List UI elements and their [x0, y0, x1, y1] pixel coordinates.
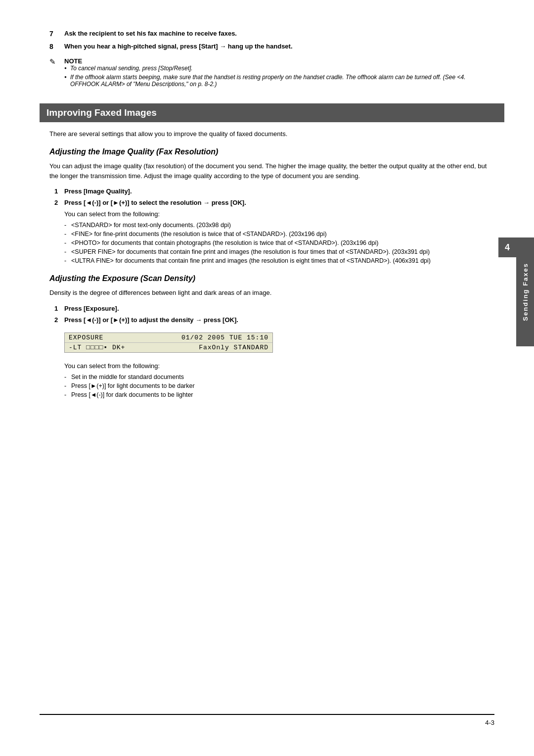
subsection-image-quality: Adjusting the Image Quality (Fax Resolut… [49, 147, 494, 264]
subsection-exposure: Adjusting the Exposure (Scan Density) De… [49, 274, 494, 398]
page-container: 7 Ask the recipient to set his fax machi… [0, 0, 534, 756]
side-tab-text: Sending Faxes [522, 263, 529, 321]
subsection1-step2: 2 Press [◄(-)] or [►(+)] to select the r… [54, 199, 494, 206]
side-tab: Sending Faxes [516, 237, 534, 346]
note-bullets-list: To cancel manual sending, press [Stop/Re… [64, 65, 494, 88]
chapter-box: 4 [498, 237, 516, 257]
list-item: Press [◄(-)] for dark documents to be li… [64, 391, 494, 398]
section-title: Improving Faxed Images [46, 107, 157, 118]
lcd-row-1: EXPOSURE 01/02 2005 TUE 15:10 [65, 333, 272, 343]
list-item: Set in the middle for standard documents [64, 374, 494, 380]
subsection1-step2-text: Press [◄(-)] or [►(+)] to select the res… [64, 199, 246, 206]
subsection2-options-list: Set in the middle for standard documents… [64, 374, 494, 398]
subsection1-title: Adjusting the Image Quality (Fax Resolut… [49, 147, 494, 156]
list-item: <ULTRA FINE> for documents that contain … [64, 257, 494, 264]
note-icon: ✎ [49, 57, 61, 66]
subsection2-step1-text: Press [Exposure]. [64, 305, 119, 312]
step-8: 8 When you hear a high-pitched signal, p… [49, 43, 494, 50]
subsection1-you-can-select: You can select from the following: [64, 210, 494, 218]
subsection1-options-list: <STANDARD> for most text-only documents.… [64, 222, 494, 264]
subsection2-step2-number: 2 [54, 316, 64, 324]
lcd-row2-right: FaxOnly STANDARD [199, 344, 268, 351]
subsection1-step2-number: 2 [54, 199, 64, 206]
lcd-row1-right: 01/02 2005 TUE 15:10 [181, 334, 268, 341]
top-notes-section: 7 Ask the recipient to set his fax machi… [49, 30, 494, 90]
note-bullet-item: To cancel manual sending, press [Stop/Re… [64, 65, 494, 72]
step-8-text: When you hear a high-pitched signal, pre… [64, 43, 293, 50]
note-label: NOTE [64, 57, 82, 65]
subsection2-body: Density is the degree of differences bet… [49, 288, 494, 298]
note-content-area: NOTE To cancel manual sending, press [St… [64, 57, 494, 90]
subsection1-body: You can adjust the image quality (fax re… [49, 161, 494, 181]
list-item: <SUPER FINE> for documents that contain … [64, 248, 494, 255]
lcd-row-2: -LT □□□□▪ DK+ FaxOnly STANDARD [65, 343, 272, 352]
note-bullet-item: If the offhook alarm starts beeping, mak… [64, 74, 494, 88]
page-number: 4-3 [485, 719, 494, 726]
list-item: Press [►(+)] for light documents to be d… [64, 382, 494, 389]
section-header: Improving Faxed Images [40, 103, 504, 122]
list-item: <STANDARD> for most text-only documents.… [64, 222, 494, 229]
section-intro: There are several settings that allow yo… [49, 130, 494, 138]
lcd-row1-left: EXPOSURE [69, 334, 181, 341]
subsection2-step1: 1 Press [Exposure]. [54, 305, 494, 312]
step-7-text: Ask the recipient to set his fax machine… [64, 30, 237, 37]
note-section: ✎ NOTE To cancel manual sending, press [… [49, 57, 494, 90]
note-box: ✎ NOTE To cancel manual sending, press [… [49, 57, 494, 90]
subsection1-step1-text: Press [Image Quality]. [64, 188, 132, 195]
subsection2-step2-text: Press [◄(-)] or [►(+)] to adjust the den… [64, 316, 238, 324]
step-7-number: 7 [49, 30, 64, 38]
subsection1-step1-number: 1 [54, 188, 64, 195]
subsection2-step2: 2 Press [◄(-)] or [►(+)] to adjust the d… [54, 316, 494, 324]
subsection2-you-can-select: You can select from the following: [64, 362, 494, 370]
step-8-number: 8 [49, 43, 64, 50]
lcd-row2-left: -LT □□□□▪ DK+ [69, 344, 199, 351]
subsection2-step1-number: 1 [54, 305, 64, 312]
list-item: <PHOTO> for documents that contain photo… [64, 239, 494, 246]
step-7: 7 Ask the recipient to set his fax machi… [49, 30, 494, 38]
chapter-number: 4 [505, 242, 510, 253]
subsection1-step1: 1 Press [Image Quality]. [54, 188, 494, 195]
lcd-display: EXPOSURE 01/02 2005 TUE 15:10 -LT □□□□▪ … [64, 332, 273, 353]
list-item: <FINE> for fine-print documents (the res… [64, 231, 494, 237]
bottom-bar: 4-3 [40, 714, 494, 726]
subsection2-title: Adjusting the Exposure (Scan Density) [49, 274, 494, 283]
